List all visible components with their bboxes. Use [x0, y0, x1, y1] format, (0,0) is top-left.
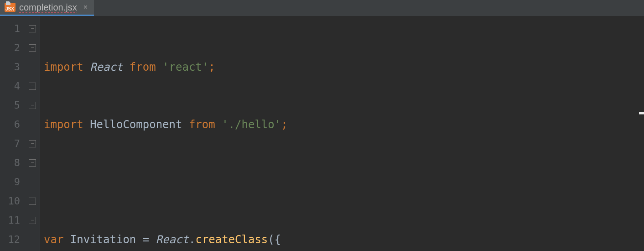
- fold-toggle[interactable]: −: [29, 140, 36, 147]
- token-keyword: from: [130, 61, 156, 73]
- token-op: .: [189, 233, 195, 246]
- line-number: 4: [0, 77, 20, 96]
- editor: 1 2 3 4 5 6 7 8 9 10 11 12 − − − − − − −…: [0, 16, 644, 251]
- fold-toggle[interactable]: −: [29, 198, 36, 205]
- fold-toggle[interactable]: −: [29, 159, 36, 167]
- token-ident: React: [90, 61, 123, 73]
- token-keyword: var: [44, 233, 63, 246]
- line-number: 8: [0, 153, 20, 173]
- tab-arrow-icon: [598, 85, 635, 103]
- token-ident: React: [156, 233, 189, 246]
- token-fn: createClass: [195, 233, 268, 246]
- code-line[interactable]: import React from 'react';: [40, 58, 644, 77]
- token-keyword: from: [189, 118, 215, 131]
- fold-gutter: − − − − − − − −: [26, 16, 40, 251]
- code-area[interactable]: import React from 'react'; import HelloC…: [40, 16, 644, 251]
- line-number: 12: [0, 230, 20, 249]
- token-keyword: import: [44, 118, 83, 131]
- tab-filename: completion.jsx: [19, 2, 77, 13]
- line-number: 7: [0, 134, 20, 153]
- fold-toggle[interactable]: −: [29, 217, 36, 224]
- line-number: 5: [0, 96, 20, 115]
- tab-completion-jsx[interactable]: JSX completion.jsx ×: [0, 0, 94, 16]
- line-number: 6: [0, 115, 20, 134]
- token-string: './hello': [222, 118, 281, 131]
- token-ident: Invitation: [70, 233, 136, 246]
- tab-bar: JSX completion.jsx ×: [0, 0, 644, 16]
- code-line[interactable]: var Invitation = React.createClass({: [40, 230, 644, 249]
- token-keyword: import: [44, 61, 83, 73]
- fold-toggle[interactable]: −: [29, 102, 36, 109]
- line-number: 2: [0, 38, 20, 58]
- fold-toggle[interactable]: −: [29, 25, 36, 32]
- token-semi: ;: [208, 61, 215, 73]
- line-number: 10: [0, 192, 20, 211]
- fold-toggle[interactable]: −: [29, 83, 36, 90]
- token-ident: HelloComponent: [90, 118, 182, 131]
- fold-toggle[interactable]: −: [29, 44, 36, 52]
- token-string: 'react': [162, 61, 208, 73]
- line-number-gutter: 1 2 3 4 5 6 7 8 9 10 11 12: [0, 16, 26, 251]
- line-number: 9: [0, 173, 20, 192]
- code-line[interactable]: import HelloComponent from './hello';: [40, 115, 644, 134]
- line-number: 11: [0, 211, 20, 230]
- token-brace: ({: [268, 233, 281, 246]
- line-number: 3: [0, 58, 20, 77]
- token-op: =: [136, 233, 156, 246]
- code-line[interactable]: [40, 173, 644, 192]
- close-icon[interactable]: ×: [83, 3, 88, 11]
- line-number: 1: [0, 19, 20, 38]
- token-semi: ;: [281, 118, 287, 131]
- jsx-file-icon: JSX: [5, 3, 16, 12]
